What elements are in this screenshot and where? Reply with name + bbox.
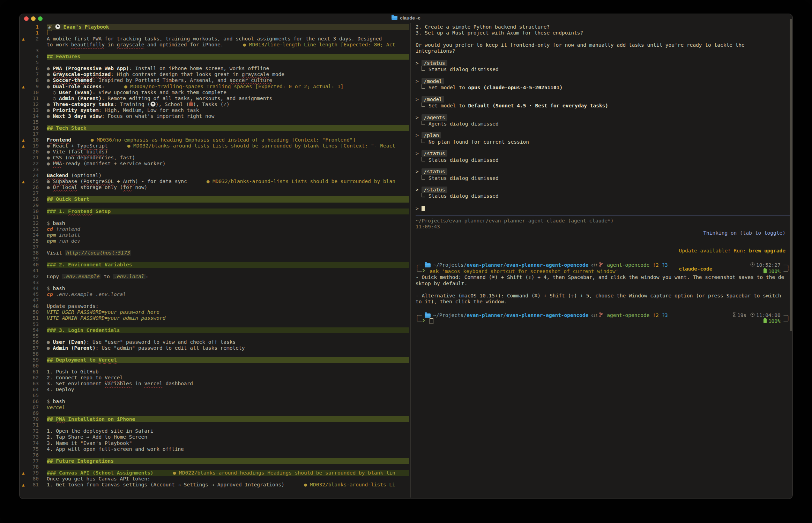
text-segment: storage only (: [77, 184, 123, 190]
line-number: 41: [20, 268, 39, 274]
line-content: [47, 30, 409, 36]
line-content: $ bash: [47, 286, 409, 291]
folder-icon: [425, 313, 431, 318]
response-text: Default (Sonnet 4.5 · Best for everyday …: [468, 103, 609, 108]
line-content: ### 3. Login Credentials: [47, 327, 409, 333]
claude-row: [416, 54, 790, 60]
line-number: 65: [20, 393, 39, 399]
line-number: 38: [20, 250, 39, 256]
text-segment: TypeScript: [77, 143, 107, 149]
text-segment: http://localhost:5173: [65, 250, 131, 256]
editor-row: 21● CSS (no dependencies, fast): [20, 155, 410, 161]
claude-row: [416, 145, 790, 151]
claude-pane[interactable]: > ~/Projects/evan-planner/evan-planner-a…: [416, 14, 790, 499]
text-segment: ●: [47, 113, 53, 119]
claude-row: [416, 127, 790, 132]
elbow-icon: [422, 139, 425, 143]
command-output: to it), then click the window.: [416, 299, 790, 305]
line-number: 67: [20, 404, 39, 410]
editor-row: 24Backend (optional): [20, 173, 410, 179]
claude-row: [416, 181, 790, 187]
line-number: 53: [20, 321, 39, 327]
response-text: Status dialog dismissed: [429, 157, 499, 163]
editor-row: 41: [20, 268, 410, 274]
line-number: 51: [20, 315, 39, 321]
text-segment: PostgreSQL: [83, 179, 114, 184]
line-content: Backend (optional): [47, 173, 409, 179]
text-segment: ●: [47, 155, 53, 160]
elbow-icon: [422, 175, 425, 180]
editor-row: 35npm run dev: [20, 238, 410, 244]
line-content: [47, 321, 409, 327]
text-segment: Frontend: [47, 137, 71, 143]
line-content: cd frontend: [47, 226, 409, 232]
clock-icon: [750, 312, 755, 317]
line-number: 1: [20, 24, 39, 30]
editor-row: 38Visit http://localhost:5173: [20, 250, 410, 256]
response-text: Agents dialog dismissed: [429, 121, 499, 127]
prompt-caret: >: [416, 115, 422, 120]
opencode-prompt-input[interactable]: ╰─ 100% ─╯: [416, 318, 790, 324]
text-segment: Three-category tasks: [53, 101, 114, 107]
warning-gutter-icon: ▲: [22, 84, 25, 90]
text-segment: ●: [47, 345, 53, 351]
claude-row: [416, 90, 790, 96]
text-segment: Copy: [47, 274, 62, 279]
text-segment: (Progressive Web App): [62, 66, 129, 71]
line-number: 37: [20, 244, 39, 250]
claude-row: > /model: [416, 78, 790, 84]
line-number: 4: [20, 54, 39, 60]
line-number: 72: [20, 428, 39, 434]
warning-gutter-icon: ▲: [22, 179, 25, 184]
editor-row: 59## Deployment to Vercel: [20, 357, 410, 363]
prompt-caret: >: [416, 169, 422, 174]
line-number: 35: [20, 238, 39, 244]
text-segment: .env.example .env.local: [53, 291, 126, 297]
editor-row: 22● PWA-ready (manifest + service worker…: [20, 161, 410, 167]
text-segment: Admin (Parent): [53, 345, 95, 351]
opencode-prompt-header: ╭─ ~/Projects/evan-planner/evan-planner-…: [416, 262, 790, 268]
text-segment: ●: [47, 149, 53, 154]
editor-pane[interactable]: 1# Evan's Playbook12▲A mobile-first PWA …: [20, 14, 410, 499]
line-content: [47, 351, 409, 357]
claude-row: > /agents: [416, 115, 790, 121]
text-segment: Evan's Playbook: [60, 24, 109, 30]
line-number: 71: [20, 422, 39, 428]
claude-session-time: 11:09:43: [416, 224, 440, 230]
soccer-ball-icon: [150, 101, 156, 107]
line-number: 5: [20, 60, 39, 66]
line-content: ● Supabase (PostgreSQL + Auth) - for dat…: [47, 179, 409, 184]
text-segment: : Install on iPhone home screen, works o…: [129, 66, 269, 71]
text-segment: : View upcoming tasks and mark them comp…: [92, 90, 226, 95]
editor-row: 19▲● React + TypeScript● MD032/blanks-ar…: [20, 143, 410, 149]
editor-row: 4## Features: [20, 54, 410, 60]
editor-row: 39: [20, 256, 410, 262]
thinking-toggle[interactable]: Thinking on (tab to toggle): [679, 230, 785, 236]
text-segment: in: [132, 381, 144, 386]
line-number: 62: [20, 375, 39, 381]
line-content: ### 1. Frontend Setup: [47, 209, 409, 214]
text-segment: 2. Connect repo to: [47, 375, 105, 380]
opencode-command-line[interactable]: ╰─ ask 'macos keyboard shortcut for scre…: [416, 268, 790, 274]
text-segment: npm: [47, 238, 56, 244]
line-number: 47: [20, 297, 39, 303]
pane-divider[interactable]: [410, 23, 411, 498]
text-segment: 3. Set environment: [47, 381, 105, 386]
editor-row: 6● PWA (Progressive Web App): Install on…: [20, 66, 410, 71]
editor-row: 65: [20, 393, 410, 399]
claude-prompt[interactable]: >: [416, 206, 790, 212]
text-segment: ### 3. Login Credentials: [47, 327, 120, 333]
text-segment: Vercel: [105, 375, 123, 380]
line-number: 58: [20, 351, 39, 357]
claude-row: integrations?: [416, 48, 790, 54]
text-segment: Once you get his Canvas API token:: [47, 476, 150, 482]
scrollbar-thumb[interactable]: [790, 19, 792, 331]
claude-row: > /model: [416, 97, 790, 103]
editor-row: 47: [20, 297, 410, 303]
line-number: 50: [20, 309, 39, 315]
lint-annotation: ● MD009/no-trailing-spaces Trailing spac…: [124, 84, 344, 90]
text-segment: .env.local: [113, 274, 145, 279]
text-segment: User (Evan): [53, 339, 86, 345]
line-content: ## Features: [47, 54, 409, 60]
text-segment: :: [146, 274, 149, 279]
